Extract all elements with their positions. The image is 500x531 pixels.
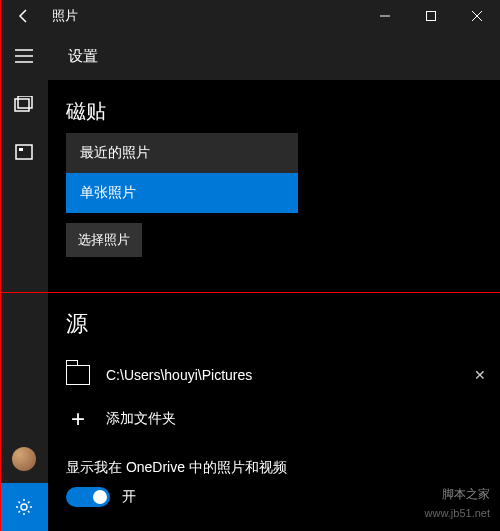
settings-button[interactable] xyxy=(0,483,48,531)
add-folder-button[interactable]: + 添加文件夹 xyxy=(66,397,500,441)
watermark-url: www.jb51.net xyxy=(425,507,490,519)
tile-section-title: 磁贴 xyxy=(66,98,500,125)
close-button[interactable] xyxy=(454,0,500,32)
tile-options-list: 最近的照片 单张照片 xyxy=(66,133,500,213)
collection-icon[interactable] xyxy=(0,80,48,128)
tile-option-recent[interactable]: 最近的照片 xyxy=(66,133,298,173)
hamburger-menu-button[interactable] xyxy=(0,32,48,80)
back-button[interactable] xyxy=(0,0,48,32)
folder-icon xyxy=(66,365,90,385)
select-photo-button[interactable]: 选择照片 xyxy=(66,223,142,257)
svg-rect-8 xyxy=(19,148,23,151)
source-path-text: C:\Users\houyi\Pictures xyxy=(106,367,460,383)
main-content: 设置 磁贴 最近的照片 单张照片 选择照片 源 C:\Users\houyi\P… xyxy=(48,32,500,531)
remove-source-button[interactable]: ✕ xyxy=(460,367,500,383)
add-folder-label: 添加文件夹 xyxy=(106,410,176,428)
avatar-icon xyxy=(12,447,36,471)
app-title: 照片 xyxy=(48,7,362,25)
sources-section-title: 源 xyxy=(66,309,500,339)
toggle-knob xyxy=(93,490,107,504)
toggle-state-label: 开 xyxy=(122,488,136,506)
svg-rect-6 xyxy=(18,96,32,108)
source-folder-row: C:\Users\houyi\Pictures ✕ xyxy=(66,353,500,397)
user-avatar[interactable] xyxy=(0,435,48,483)
window-controls xyxy=(362,0,500,32)
title-bar: 照片 xyxy=(0,0,500,32)
onedrive-toggle[interactable] xyxy=(66,487,110,507)
sidebar xyxy=(0,32,48,531)
minimize-button[interactable] xyxy=(362,0,408,32)
svg-rect-7 xyxy=(16,145,32,159)
annotation-line xyxy=(0,292,500,293)
svg-rect-1 xyxy=(427,12,436,21)
page-title: 设置 xyxy=(48,32,500,80)
watermark-text: 脚本之家 xyxy=(442,486,490,503)
tile-option-single[interactable]: 单张照片 xyxy=(66,173,298,213)
onedrive-label: 显示我在 OneDrive 中的照片和视频 xyxy=(66,459,500,477)
svg-point-9 xyxy=(21,504,27,510)
albums-icon[interactable] xyxy=(0,128,48,176)
svg-rect-5 xyxy=(15,99,29,111)
plus-icon: + xyxy=(66,405,90,433)
maximize-button[interactable] xyxy=(408,0,454,32)
gear-icon xyxy=(15,498,33,516)
